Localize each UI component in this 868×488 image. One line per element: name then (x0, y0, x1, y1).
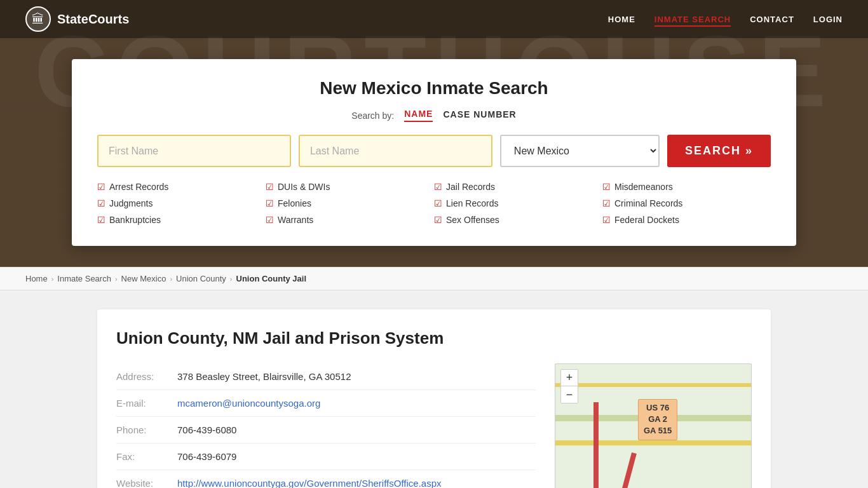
breadcrumb-link[interactable]: Home (25, 274, 48, 283)
info-value[interactable]: mcameron@unioncountysoga.org (177, 398, 320, 409)
map-zoom-out[interactable]: − (561, 386, 578, 403)
breadcrumb: Home›Inmate Search›New Mexico›Union Coun… (0, 267, 868, 290)
checkbox-icon: ☑ (97, 182, 105, 192)
tab-case-number[interactable]: CASE NUMBER (443, 109, 516, 121)
info-row: Fax:706-439-6079 (116, 444, 536, 470)
search-card: New Mexico Inmate Search Search by: NAME… (72, 59, 796, 246)
map-road-yellow (555, 440, 751, 445)
map-road-red-v (593, 402, 599, 488)
nav-contact[interactable]: CONTACT (750, 15, 794, 24)
search-title: New Mexico Inmate Search (97, 78, 771, 98)
state-select[interactable]: AlabamaAlaskaArizonaArkansasCaliforniaCo… (500, 135, 660, 167)
map-zoom-controls: + − (560, 369, 578, 403)
navbar: COURTHOUSE 🏛 StateCourts HOME INMATE SEA… (0, 0, 868, 267)
info-label: Phone: (116, 424, 167, 435)
map-label-line1: US 76 (644, 402, 672, 414)
navigation: 🏛 StateCourts HOME INMATE SEARCH CONTACT… (0, 0, 868, 38)
map-label-line2: GA 2 (644, 414, 672, 425)
info-label: Website: (116, 478, 167, 488)
check-label: Felonies (278, 198, 311, 208)
check-item: ☑Arrest Records (97, 180, 266, 194)
map-placeholder: US 76 GA 2 GA 515 + − (555, 363, 752, 488)
search-by-label: Search by: (351, 111, 394, 121)
nav-inmate-search[interactable]: INMATE SEARCH (654, 15, 731, 27)
search-fields-row: AlabamaAlaskaArizonaArkansasCaliforniaCo… (97, 135, 771, 167)
info-link[interactable]: mcameron@unioncountysoga.org (177, 398, 320, 409)
checkbox-icon: ☑ (266, 182, 274, 192)
check-label: Criminal Records (614, 198, 682, 208)
check-label: Lien Records (446, 198, 499, 208)
nav-login[interactable]: LOGIN (813, 15, 843, 24)
map-label: US 76 GA 2 GA 515 (638, 399, 677, 440)
breadcrumb-link[interactable]: Union County (176, 274, 226, 283)
info-link[interactable]: http://www.unioncountyga.gov/Government/… (177, 478, 442, 488)
breadcrumb-separator: › (230, 275, 233, 283)
checkbox-icon: ☑ (434, 182, 442, 192)
checkbox-icon: ☑ (434, 215, 442, 225)
checkbox-icon: ☑ (266, 215, 274, 225)
check-label: Judgments (109, 198, 153, 208)
check-item: ☑DUIs & DWIs (266, 180, 434, 194)
breadcrumb-separator: › (51, 275, 54, 283)
content-card: Union County, NM Jail and Prison System … (97, 309, 771, 488)
content-title: Union County, NM Jail and Prison System (116, 329, 752, 348)
check-item: ☑Lien Records (434, 196, 602, 210)
map-road-top (555, 383, 751, 387)
checkbox-icon: ☑ (266, 198, 274, 208)
checkbox-icon: ☑ (97, 198, 105, 208)
check-item: ☑Jail Records (434, 180, 602, 194)
check-label: Jail Records (446, 182, 495, 192)
check-label: Sex Offenses (446, 215, 499, 225)
checkbox-icon: ☑ (602, 198, 611, 208)
check-label: Warrants (278, 215, 313, 225)
checkbox-icon: ☑ (602, 215, 611, 225)
search-button[interactable]: SEARCH » (667, 135, 771, 167)
nav-links: HOME INMATE SEARCH CONTACT LOGIN (608, 13, 843, 25)
info-label: Address: (116, 371, 167, 382)
first-name-input[interactable] (97, 135, 291, 167)
content-inner: Address:378 Beasley Street, Blairsville,… (116, 363, 752, 488)
check-item: ☑Federal Dockets (602, 213, 771, 227)
checkbox-icon: ☑ (602, 182, 611, 192)
info-value: 706-439-6080 (177, 424, 236, 435)
info-value: 706-439-6079 (177, 451, 236, 462)
breadcrumb-separator: › (115, 275, 118, 283)
search-by-row: Search by: NAME CASE NUMBER (97, 109, 771, 122)
check-item: ☑Criminal Records (602, 196, 771, 210)
info-row: E-mail:mcameron@unioncountysoga.org (116, 390, 536, 417)
check-item: ☑Warrants (266, 213, 434, 227)
info-row: Address:378 Beasley Street, Blairsville,… (116, 363, 536, 390)
checkbox-icon: ☑ (434, 198, 442, 208)
map-road-red-v2 (619, 452, 637, 488)
search-card-wrapper: New Mexico Inmate Search Search by: NAME… (0, 38, 868, 267)
map-label-line3: GA 515 (644, 425, 672, 437)
map-zoom-in[interactable]: + (561, 370, 578, 386)
breadcrumb-separator: › (170, 275, 172, 283)
checkbox-icon: ☑ (97, 215, 105, 225)
breadcrumb-current: Union County Jail (236, 274, 307, 283)
info-value[interactable]: http://www.unioncountyga.gov/Government/… (177, 478, 442, 488)
logo-icon: 🏛 (25, 6, 51, 32)
check-label: Bankruptcies (109, 215, 161, 225)
check-item: ☑Misdemeanors (602, 180, 771, 194)
check-label: Federal Dockets (614, 215, 679, 225)
logo-link[interactable]: 🏛 StateCourts (25, 6, 129, 32)
last-name-input[interactable] (299, 135, 492, 167)
breadcrumb-link[interactable]: New Mexico (121, 274, 166, 283)
info-label: E-mail: (116, 398, 167, 409)
logo-text: StateCourts (57, 12, 129, 27)
check-item: ☑Bankruptcies (97, 213, 266, 227)
breadcrumb-link[interactable]: Inmate Search (57, 274, 111, 283)
check-item: ☑Judgments (97, 196, 266, 210)
check-label: Misdemeanors (614, 182, 673, 192)
checkboxes-grid: ☑Arrest Records☑DUIs & DWIs☑Jail Records… (97, 180, 771, 227)
tab-name[interactable]: NAME (404, 109, 433, 122)
check-item: ☑Sex Offenses (434, 213, 602, 227)
check-label: Arrest Records (109, 182, 168, 192)
info-row: Phone:706-439-6080 (116, 417, 536, 444)
map-section: US 76 GA 2 GA 515 + − (555, 363, 752, 488)
info-value: 378 Beasley Street, Blairsville, GA 3051… (177, 371, 351, 382)
info-row: Website:http://www.unioncountyga.gov/Gov… (116, 470, 536, 488)
content-area: Union County, NM Jail and Prison System … (72, 290, 796, 488)
nav-home[interactable]: HOME (608, 15, 635, 24)
